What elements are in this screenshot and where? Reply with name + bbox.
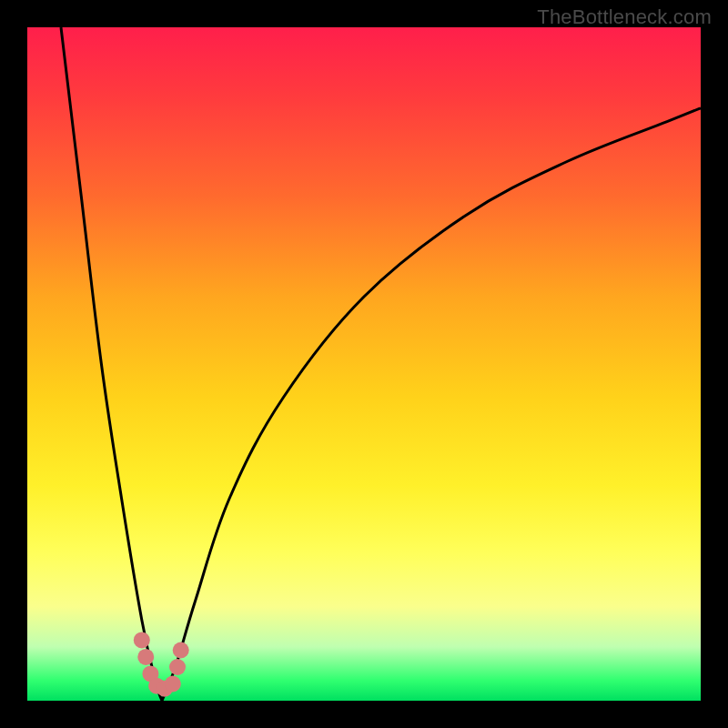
marker-dot: [173, 642, 189, 659]
marker-dot: [137, 649, 154, 665]
marker-dot: [165, 676, 181, 693]
plot-area: [27, 27, 701, 701]
curve-left: [61, 27, 162, 701]
chart-overlay-svg: [27, 27, 701, 701]
marker-dot: [134, 632, 150, 648]
curve-right: [162, 108, 701, 701]
trough-markers: [134, 632, 189, 696]
marker-dot: [169, 659, 186, 675]
watermark-text: TheBottleneck.com: [537, 5, 712, 29]
chart-frame: TheBottleneck.com: [0, 0, 728, 728]
